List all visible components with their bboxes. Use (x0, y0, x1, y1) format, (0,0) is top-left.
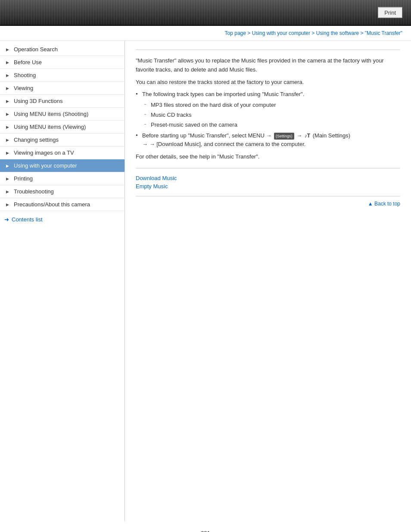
sidebar-item-menu-viewing[interactable]: ▶ Using MENU items (Viewing) (0, 121, 125, 134)
empty-music-link[interactable]: Empty Music (136, 183, 400, 190)
intro-paragraph-1: "Music Transfer" allows you to replace t… (136, 56, 400, 75)
sidebar-item-printing[interactable]: ▶ Printing (0, 172, 125, 185)
sidebar-item-shooting[interactable]: ▶ Shooting (0, 69, 125, 82)
sidebar-label: Printing (14, 175, 33, 182)
sub-list: MP3 files stored on the hard disk of you… (142, 101, 400, 129)
arrow-icon: ▶ (6, 202, 10, 207)
contents-list-link[interactable]: Contents list (12, 216, 43, 223)
bullet2-middle: → (295, 132, 304, 139)
settings-icon: (Settings) (274, 133, 294, 140)
contents-list-arrow-icon: ➜ (4, 216, 9, 223)
print-button[interactable]: Print (378, 7, 402, 18)
sidebar-label: Using MENU items (Shooting) (14, 111, 88, 117)
sidebar-item-viewing-images-tv[interactable]: ▶ Viewing images on a TV (0, 146, 125, 159)
content-area: "Music Transfer" allows you to replace t… (125, 41, 411, 521)
content-divider (136, 168, 400, 168)
arrow-icon: ▶ (6, 99, 10, 103)
arrow-icon: ▶ (6, 73, 10, 78)
arrow-icon: ▶ (6, 190, 10, 194)
sidebar-label: Operation Search (14, 46, 58, 53)
breadcrumb-using-with-computer[interactable]: Using with your computer (252, 30, 310, 36)
sidebar-label: Viewing (14, 85, 33, 91)
sidebar-item-using-with-computer[interactable]: ▶ Using with your computer (0, 159, 125, 172)
intro-paragraph-2: You can also restore the tracks stored a… (136, 78, 400, 87)
sidebar-item-changing-settings[interactable]: ▶ Changing settings (0, 134, 125, 146)
header-bar: Print (0, 0, 411, 26)
breadcrumb-separator-2: > (311, 30, 316, 36)
arrow-icon: ▶ (6, 125, 10, 129)
bullet-item-2: Before starting up "Music Transfer", sel… (142, 131, 400, 149)
arrow-icon: ▶ (6, 164, 10, 168)
sidebar: ▶ Operation Search ▶ Before Use ▶ Shooti… (0, 41, 125, 521)
sub-item-3: Preset-music saved on the camera (151, 121, 400, 130)
sidebar-item-operation-search[interactable]: ▶ Operation Search (0, 43, 125, 56)
bullet-list: The following track types can be importe… (136, 90, 400, 149)
arrow-icon: ▶ (6, 112, 10, 116)
sidebar-label: Troubleshooting (14, 188, 54, 195)
sidebar-label: Precautions/About this camera (14, 201, 90, 208)
main-settings-icon: ♪T (305, 132, 310, 140)
sidebar-item-menu-shooting[interactable]: ▶ Using MENU items (Shooting) (0, 108, 125, 121)
bullet-item-1: The following track types can be importe… (142, 90, 400, 129)
sidebar-item-viewing[interactable]: ▶ Viewing (0, 82, 125, 95)
back-to-top-link[interactable]: ▲ Back to top (368, 201, 400, 207)
sub-item-2: Music CD tracks (151, 111, 400, 120)
bullet2-suffix: (Main Settings) (311, 132, 350, 139)
sidebar-label: Changing settings (14, 137, 59, 143)
sidebar-label: Using MENU items (Viewing) (14, 124, 86, 130)
breadcrumb-using-software[interactable]: Using the software (316, 30, 359, 36)
content-body: "Music Transfer" allows you to replace t… (136, 56, 400, 162)
download-music-link[interactable]: Download Music (136, 175, 400, 181)
sidebar-item-troubleshooting[interactable]: ▶ Troubleshooting (0, 185, 125, 198)
arrow-icon: ▶ (6, 86, 10, 90)
arrow-icon: ▶ (6, 177, 10, 181)
sidebar-label: Viewing images on a TV (14, 149, 74, 156)
sidebar-item-precautions[interactable]: ▶ Precautions/About this camera (0, 198, 125, 211)
sidebar-label: Using 3D Functions (14, 98, 62, 104)
arrow-icon: ▶ (6, 138, 10, 142)
help-text: For other details, see the help in "Musi… (136, 152, 400, 162)
arrow-icon: ▶ (6, 47, 10, 52)
sidebar-label: Shooting (14, 72, 36, 78)
page-title-section (136, 45, 400, 50)
content-footer: ▲ Back to top (136, 196, 400, 207)
breadcrumb-top-page[interactable]: Top page (225, 30, 246, 36)
breadcrumb-separator-1: > (247, 30, 252, 36)
page-number: 221 (0, 521, 411, 532)
sidebar-item-before-use[interactable]: ▶ Before Use (0, 56, 125, 69)
header-pattern (0, 0, 411, 25)
bullet2-line2: → → [Download Music], and connect the ca… (142, 141, 305, 147)
sidebar-footer: ➜ Contents list (0, 211, 125, 228)
sidebar-label: Before Use (14, 59, 42, 65)
bullet2-prefix: Before starting up "Music Transfer", sel… (142, 132, 273, 139)
breadcrumb: Top page > Using with your computer > Us… (0, 26, 411, 41)
bullet-text-1: The following track types can be importe… (142, 91, 304, 97)
arrow-icon: ▶ (6, 60, 10, 65)
main-layout: ▶ Operation Search ▶ Before Use ▶ Shooti… (0, 41, 411, 521)
arrow-icon: ▶ (6, 151, 10, 155)
sidebar-item-using-3d[interactable]: ▶ Using 3D Functions (0, 95, 125, 108)
sub-item-1: MP3 files stored on the hard disk of you… (151, 101, 400, 110)
sidebar-label: Using with your computer (14, 162, 77, 169)
breadcrumb-current: "Music Transfer" (365, 30, 402, 36)
links-section: Download Music Empty Music (136, 175, 400, 190)
breadcrumb-separator-3: > (360, 30, 364, 36)
